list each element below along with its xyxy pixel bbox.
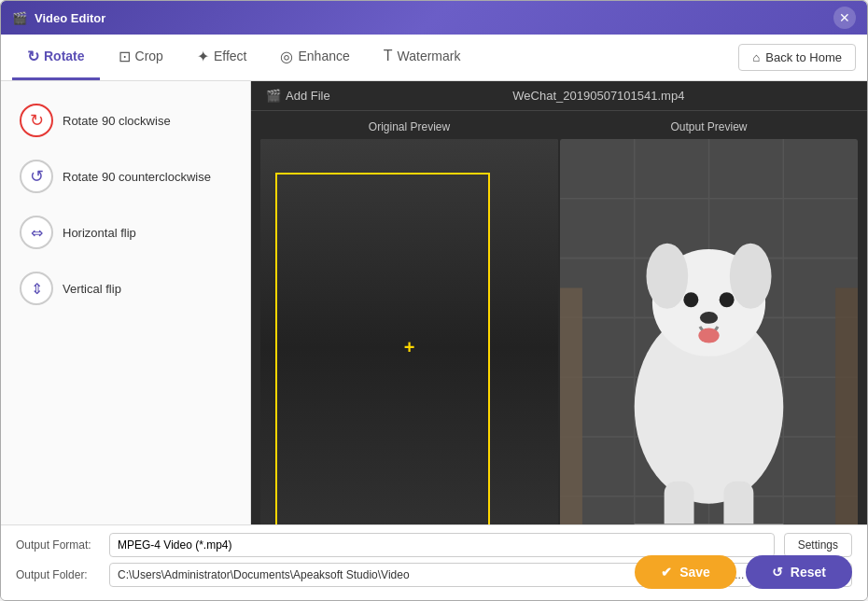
watermark-tab-icon: T (384, 48, 393, 64)
crop-overlay (275, 173, 490, 524)
settings-button[interactable]: Settings (784, 533, 852, 557)
sidebar-item-flip-h[interactable]: ⇔ Horizontal flip (1, 204, 250, 260)
svg-rect-48 (560, 287, 582, 524)
tab-watermark[interactable]: T Watermark (369, 35, 476, 80)
crosshair-icon: + (404, 337, 415, 358)
settings-label: Settings (798, 538, 838, 552)
svg-rect-43 (665, 482, 694, 524)
output-folder-label: Output Folder: (16, 568, 100, 581)
close-button[interactable]: ✕ (833, 7, 856, 29)
save-button[interactable]: ✔ Save (635, 555, 736, 589)
output-preview-label: Output Preview (670, 120, 747, 133)
sidebar-item-rotate-cw[interactable]: ↻ Rotate 90 clockwise (1, 92, 250, 148)
flip-v-icon: ⇕ (20, 272, 53, 305)
title-bar: 🎬 Video Editor ✕ (1, 1, 867, 35)
title-bar-left: 🎬 Video Editor (12, 11, 105, 25)
original-preview-video: + (260, 139, 558, 524)
tab-effect[interactable]: ✦ Effect (182, 35, 262, 80)
rotate-cw-icon: ↻ (20, 104, 53, 137)
original-preview-label: Original Preview (369, 120, 450, 133)
flip-h-label: Horizontal flip (63, 226, 136, 240)
rotate-ccw-icon: ↺ (20, 160, 53, 193)
file-name: WeChat_20190507101541.mp4 (345, 89, 852, 103)
add-file-label: Add File (286, 89, 330, 103)
output-format-select-wrapper: MPEG-4 Video (*.mp4) (109, 533, 775, 557)
tab-watermark-label: Watermark (398, 49, 461, 63)
video-header: 🎬 Add File WeChat_20190507101541.mp4 (251, 81, 867, 111)
svg-point-37 (647, 244, 689, 309)
flip-v-label: Vertical flip (63, 282, 121, 296)
main-area: ↻ Rotate 90 clockwise ↺ Rotate 90 counte… (1, 81, 867, 524)
tab-bar: ↻ Rotate ⊡ Crop ✦ Effect ◎ Enhance T Wat… (1, 35, 867, 81)
sidebar: ↻ Rotate 90 clockwise ↺ Rotate 90 counte… (1, 81, 251, 524)
back-to-home-button[interactable]: ⌂ Back to Home (738, 44, 856, 71)
output-format-label: Output Format: (16, 538, 100, 552)
back-btn-label: Back to Home (765, 50, 842, 64)
rotate-cw-label: Rotate 90 clockwise (63, 114, 171, 128)
rotate-ccw-label: Rotate 90 counterclockwise (63, 170, 211, 184)
add-file-icon: 🎬 (266, 89, 281, 103)
main-window: 🎬 Video Editor ✕ ↻ Rotate ⊡ Crop ✦ Effec… (0, 0, 868, 601)
home-icon: ⌂ (752, 50, 760, 64)
reset-button[interactable]: ↺ Reset (746, 555, 852, 589)
sidebar-item-rotate-ccw[interactable]: ↺ Rotate 90 counterclockwise (1, 148, 250, 204)
app-icon: 🎬 (12, 11, 27, 25)
svg-rect-44 (723, 482, 753, 524)
tab-rotate[interactable]: ↻ Rotate (12, 35, 100, 80)
window-title: Video Editor (35, 11, 105, 25)
reset-icon: ↺ (772, 565, 783, 580)
output-format-row: Output Format: MPEG-4 Video (*.mp4) Sett… (16, 533, 852, 557)
save-label: Save (679, 565, 710, 580)
svg-point-42 (698, 328, 719, 343)
output-preview-panel: Output Preview (560, 120, 858, 524)
preview-area: Original Preview (251, 111, 867, 524)
tab-crop[interactable]: ⊡ Crop (104, 35, 178, 80)
original-preview-panel: Original Preview (260, 120, 558, 524)
action-buttons: ✔ Save ↺ Reset (635, 555, 852, 589)
output-preview-video (560, 139, 858, 524)
output-folder-input[interactable] (109, 563, 717, 587)
save-checkmark-icon: ✔ (661, 565, 672, 580)
video-content-area: 🎬 Add File WeChat_20190507101541.mp4 Ori… (251, 81, 867, 524)
enhance-tab-icon: ◎ (280, 48, 293, 65)
output-format-select[interactable]: MPEG-4 Video (*.mp4) (109, 533, 775, 557)
tab-enhance[interactable]: ◎ Enhance (265, 35, 364, 80)
svg-point-38 (730, 244, 772, 309)
tab-effect-label: Effect (214, 49, 247, 63)
sidebar-item-flip-v[interactable]: ⇕ Vertical flip (1, 260, 250, 316)
effect-tab-icon: ✦ (197, 48, 209, 65)
rotate-tab-icon: ↻ (27, 48, 39, 65)
reset-label: Reset (791, 565, 826, 580)
svg-rect-49 (835, 287, 858, 524)
svg-point-40 (720, 292, 735, 307)
output-video-frame (560, 139, 858, 524)
tab-enhance-label: Enhance (298, 49, 349, 63)
bottom-bar: Output Format: MPEG-4 Video (*.mp4) Sett… (1, 524, 867, 600)
tab-rotate-label: Rotate (44, 49, 85, 63)
add-file-button[interactable]: 🎬 Add File (266, 89, 330, 103)
flip-h-icon: ⇔ (20, 216, 53, 249)
crop-tab-icon: ⊡ (119, 48, 131, 65)
svg-point-39 (683, 292, 698, 307)
tab-crop-label: Crop (135, 49, 163, 63)
svg-point-41 (700, 312, 718, 324)
